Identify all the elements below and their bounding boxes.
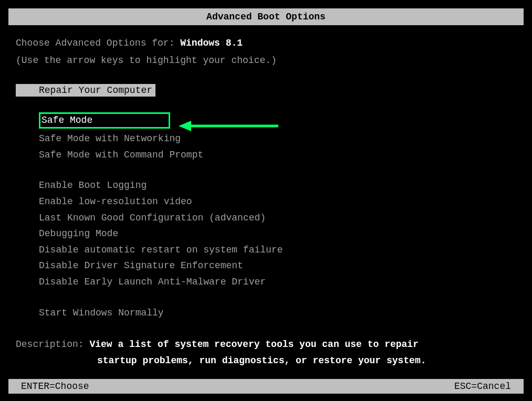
os-name: Windows 8.1 [180,38,243,48]
menu-safe-mode-networking[interactable]: Safe Mode with Networking [39,131,516,147]
menu-low-res-video[interactable]: Enable low-resolution video [39,194,516,210]
menu-safe-mode[interactable]: Safe Mode [39,112,170,129]
footer-esc: ESC=Cancel [454,381,511,392]
description-label: Description: [16,339,89,350]
menu-spacer [39,163,516,177]
description-text-2: startup problems, run diagnostics, or re… [16,353,516,369]
main-content: Choose Advanced Options for: Windows 8.1… [0,25,532,368]
menu-debugging-mode[interactable]: Debugging Mode [39,226,516,242]
menu-disable-auto-restart[interactable]: Disable automatic restart on system fail… [39,242,516,258]
menu-boot-logging[interactable]: Enable Boot Logging [39,177,516,194]
choose-options-line: Choose Advanced Options for: Windows 8.1 [16,36,516,51]
menu-disable-driver-signature[interactable]: Disable Driver Signature Enforcement [39,258,516,274]
repair-your-computer[interactable]: Repair Your Computer [16,84,155,97]
footer-bar: ENTER=Choose ESC=Cancel [8,379,524,394]
description-block: Description: View a list of system recov… [16,336,516,368]
choose-label: Choose Advanced Options for: [16,38,180,48]
title-bar: Advanced Boot Options [8,8,524,25]
menu-last-known-good[interactable]: Last Known Good Configuration (advanced) [39,210,516,226]
menu-spacer [39,290,516,305]
title-text: Advanced Boot Options [206,12,326,22]
hint-line: (Use the arrow keys to highlight your ch… [16,53,516,68]
footer-enter: ENTER=Choose [21,381,89,392]
boot-menu-list: Safe Mode Safe Mode with Networking Safe… [16,112,516,321]
menu-start-normally[interactable]: Start Windows Normally [39,305,516,321]
menu-disable-anti-malware[interactable]: Disable Early Launch Anti-Malware Driver [39,274,516,290]
description-text-1: View a list of system recovery tools you… [89,339,419,350]
menu-safe-mode-command-prompt[interactable]: Safe Mode with Command Prompt [39,147,516,163]
